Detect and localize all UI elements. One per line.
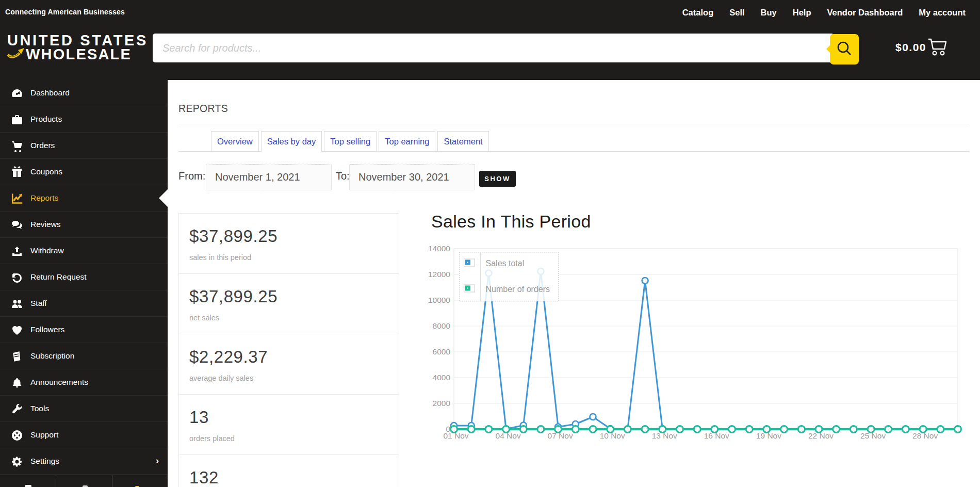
svg-text:12000: 12000 — [428, 270, 450, 279]
svg-text:14000: 14000 — [428, 244, 450, 253]
svg-text:Sales total: Sales total — [486, 259, 525, 268]
svg-text:2000: 2000 — [433, 399, 451, 408]
svg-text:10000: 10000 — [428, 296, 450, 304]
svg-text:4000: 4000 — [433, 373, 451, 382]
svg-text:8000: 8000 — [433, 321, 451, 330]
svg-text:6000: 6000 — [433, 347, 451, 356]
svg-text:Number of orders: Number of orders — [486, 285, 550, 294]
